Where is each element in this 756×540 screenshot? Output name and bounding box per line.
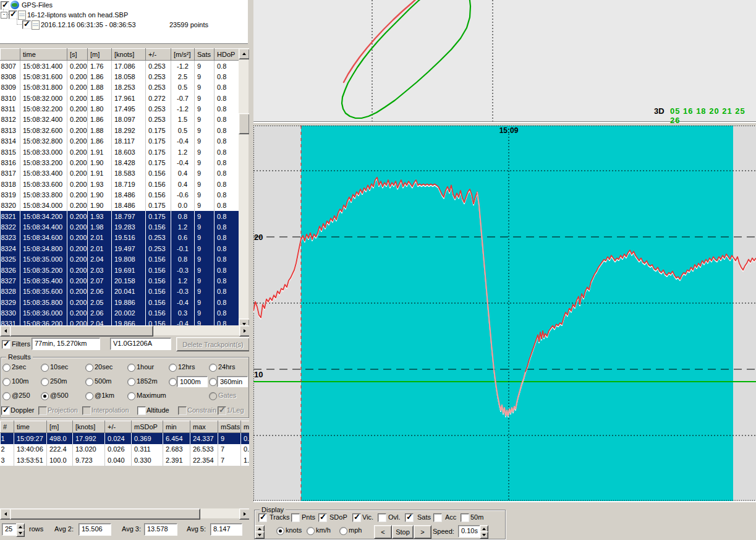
column-header[interactable]: # <box>1 421 14 433</box>
radio-km/h[interactable] <box>307 527 315 535</box>
column-header[interactable]: [s] <box>67 49 88 61</box>
trackpoint-table[interactable]: time[s][m][knots]+/-[m/s²]SatsHDoP830715… <box>0 48 239 328</box>
vscroll-thumb[interactable] <box>239 113 250 134</box>
column-header[interactable]: time <box>14 421 47 433</box>
radio-@1km[interactable] <box>85 392 93 400</box>
column-header[interactable]: [knots] <box>112 49 146 61</box>
filters-checkbox[interactable] <box>2 340 11 349</box>
radio-@500[interactable] <box>41 392 49 400</box>
trackpoint-row[interactable]: 831715:08:33.4000.2001.9118.5830.1560.49… <box>1 168 239 179</box>
column-header[interactable]: +/- <box>146 49 171 61</box>
radio-10sec[interactable] <box>41 364 49 372</box>
results-table[interactable]: #time[m][knots]+/-mSDoPminmaxmSatsmH115:… <box>0 421 249 466</box>
checkbox-Sats[interactable] <box>405 513 414 522</box>
avg3-field[interactable]: 13.578 <box>144 523 177 536</box>
trackpoint-row[interactable]: 832215:08:34.4000.2001.9819.2830.1561.29… <box>1 221 239 232</box>
panel-splitter[interactable] <box>249 0 253 540</box>
checkbox-Acc[interactable] <box>433 513 442 522</box>
column-header[interactable]: min <box>163 421 190 433</box>
trackpoint-row[interactable]: 832915:08:35.8000.2002.0519.8860.156-0.4… <box>1 297 239 307</box>
trackpoint-row[interactable]: 830815:08:31.6000.2001.8618.0580.2532.59… <box>1 71 239 82</box>
checkbox-1/Leg[interactable] <box>218 406 226 415</box>
radio-20sec[interactable] <box>85 364 93 372</box>
step-forward-button[interactable]: > <box>414 525 431 539</box>
radio-1hour[interactable] <box>127 364 135 372</box>
tree-session-checkbox[interactable] <box>22 20 31 29</box>
checkbox-Pnts[interactable] <box>291 513 300 522</box>
column-header[interactable]: [knots] <box>73 421 105 433</box>
checkbox-Doppler[interactable] <box>1 406 10 415</box>
trackpoint-row[interactable]: 831015:08:32.0000.2001.8517.9610.272-0.7… <box>1 93 239 103</box>
checkbox-Interpolation[interactable] <box>82 406 91 415</box>
column-header[interactable]: HDoP <box>214 49 239 61</box>
trackpoint-row[interactable]: 832115:08:34.2000.2001.9318.7970.1750.89… <box>1 211 239 221</box>
trackpoint-row[interactable]: 832815:08:35.6000.2002.0620.0410.156-0.3… <box>1 286 239 297</box>
result-row[interactable]: 213:40:06222.413.0200.0260.3112.68326.53… <box>1 444 250 455</box>
trackpoint-row[interactable]: 833015:08:36.0000.2002.0620.0020.1560.39… <box>1 307 239 318</box>
column-header[interactable]: mH <box>241 421 250 433</box>
column-header[interactable]: mSats <box>218 421 241 433</box>
trackpoint-row[interactable]: 832715:08:35.4000.2002.0720.1580.1561.29… <box>1 275 239 286</box>
checkbox-Constrain[interactable] <box>178 406 187 415</box>
trackpoint-row[interactable]: 831815:08:33.6000.2001.9318.7190.1560.49… <box>1 179 239 189</box>
speed-chart[interactable] <box>253 126 756 501</box>
radio-12hrs[interactable] <box>169 364 177 372</box>
stop-button[interactable]: Stop <box>392 525 414 539</box>
trackpoint-row[interactable]: 831615:08:33.2000.2001.9018.4280.175-0.4… <box>1 157 239 168</box>
trackpoint-row[interactable]: 830915:08:31.8000.2001.8818.2530.2530.59… <box>1 82 239 93</box>
track-map[interactable] <box>253 0 756 121</box>
column-header[interactable]: max <box>190 421 218 433</box>
trackpoint-row[interactable]: 832615:08:35.2000.2002.0319.6910.156-0.3… <box>1 265 239 275</box>
filters-version-field[interactable]: V1.0G1206A <box>110 338 171 350</box>
trackpoint-row[interactable]: 832515:08:35.0000.2002.0419.8080.1560.89… <box>1 254 239 264</box>
column-header[interactable]: [m/s²] <box>171 49 195 61</box>
avg2-field[interactable]: 15.506 <box>79 523 111 536</box>
column-header[interactable]: time <box>20 49 67 61</box>
checkbox-Altitude[interactable] <box>137 406 146 415</box>
step-back-button[interactable]: < <box>374 525 392 539</box>
column-header[interactable]: [m] <box>88 49 112 61</box>
selection-region[interactable] <box>301 126 733 501</box>
hscroll-thumb[interactable] <box>10 325 153 336</box>
checkbox-Projection[interactable] <box>38 406 47 415</box>
radio-mph[interactable] <box>339 527 347 535</box>
checkbox-50m[interactable] <box>461 513 469 522</box>
hscroll-thumb[interactable] <box>10 508 200 520</box>
rows-spin-down[interactable] <box>16 529 25 537</box>
trackpoint-row[interactable]: 832415:08:34.8000.2002.0119.4970.253-0.1… <box>1 243 239 254</box>
speed-spin-down[interactable] <box>480 531 488 539</box>
result-row[interactable]: 115:09:27498.017.9920.0240.3696.45424.33… <box>1 433 250 444</box>
radio-360min[interactable] <box>209 378 217 386</box>
column-header[interactable]: mSDoP <box>132 421 163 433</box>
trackpoint-row[interactable]: 830715:08:31.4000.2001.7617.0860.253-1.2… <box>1 61 239 72</box>
radio-250m[interactable] <box>41 378 49 386</box>
filters-summary-field[interactable]: 77min, 15.270km <box>32 338 100 350</box>
trackpoint-row[interactable]: 831415:08:32.8000.2001.8618.1170.175-0.4… <box>1 136 239 147</box>
checkbox-SDoP[interactable] <box>318 513 327 522</box>
speed-interval-field[interactable]: 0.10s <box>458 525 482 538</box>
radio-100m[interactable] <box>2 378 11 386</box>
radio-1852m[interactable] <box>127 378 135 386</box>
column-header[interactable]: +/- <box>105 421 132 433</box>
column-header[interactable]: [m] <box>47 421 73 433</box>
radio-@250[interactable] <box>2 392 11 400</box>
custom-value-field[interactable]: 1000m <box>177 376 208 387</box>
trackpoint-row[interactable]: 831215:08:32.4000.2001.8618.0970.2531.59… <box>1 114 239 125</box>
custom-value-field[interactable]: 360min <box>217 376 248 387</box>
trackpoint-vscrollbar[interactable] <box>239 48 248 328</box>
column-header[interactable]: Sats <box>195 49 214 61</box>
column-header[interactable] <box>1 49 20 61</box>
trackpoint-row[interactable]: 831915:08:33.8000.2001.9018.4860.156-0.6… <box>1 189 239 200</box>
chart-spin-down[interactable] <box>255 531 265 539</box>
tree-file-checkbox[interactable] <box>9 11 17 19</box>
avg5-field[interactable]: 8.147 <box>210 523 242 536</box>
radio-2sec[interactable] <box>2 364 11 372</box>
trackpoint-row[interactable]: 831115:08:32.2000.2001.8017.4950.253-1.2… <box>1 103 239 114</box>
tree-root-checkbox[interactable] <box>1 1 9 10</box>
delete-trackpoints-button[interactable]: Delete Trackpoint(s) <box>176 337 250 351</box>
result-row[interactable]: 313:53:51100.09.7230.0400.3302.39122.354… <box>1 455 250 466</box>
radio-knots[interactable] <box>276 527 284 535</box>
checkbox-Ovl.[interactable] <box>378 513 386 522</box>
checkbox-Vic.[interactable] <box>352 513 361 522</box>
trackpoint-row[interactable]: 832315:08:34.6000.2002.0119.5160.2530.69… <box>1 233 239 243</box>
